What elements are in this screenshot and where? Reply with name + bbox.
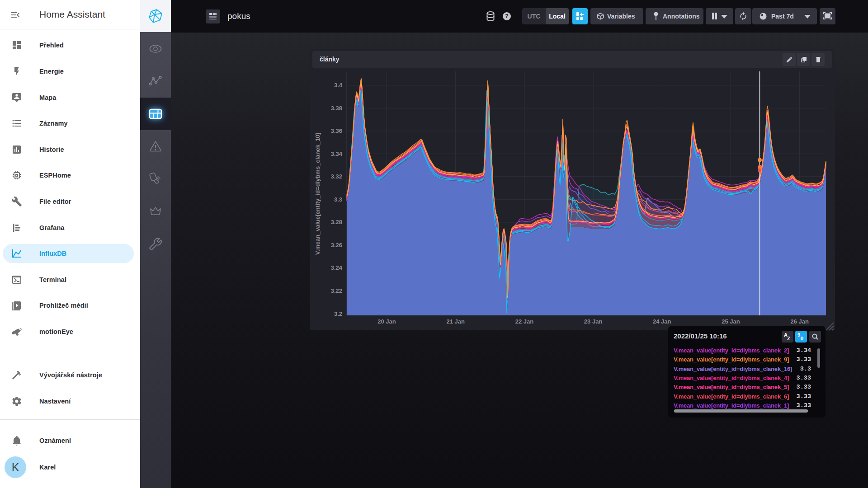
svg-text:3.2: 3.2 bbox=[334, 310, 342, 317]
svg-text:3.38: 3.38 bbox=[331, 105, 342, 112]
svg-text:3.3: 3.3 bbox=[334, 196, 342, 203]
svg-text:20 Jan: 20 Jan bbox=[377, 318, 396, 325]
svg-text:26 Jan: 26 Jan bbox=[790, 318, 809, 325]
svg-text:0: 0 bbox=[801, 336, 803, 341]
svg-text:3.26: 3.26 bbox=[331, 242, 342, 249]
svg-text:3.28: 3.28 bbox=[331, 219, 342, 225]
svg-text:3.22: 3.22 bbox=[331, 287, 342, 294]
svg-text:3.32: 3.32 bbox=[331, 173, 342, 180]
svg-text:Z: Z bbox=[787, 336, 790, 341]
svg-text:3.4: 3.4 bbox=[334, 82, 343, 89]
svg-text:21 Jan: 21 Jan bbox=[446, 318, 465, 325]
svg-text:3.36: 3.36 bbox=[331, 127, 342, 134]
svg-text:23 Jan: 23 Jan bbox=[584, 318, 603, 325]
svg-text:3.24: 3.24 bbox=[331, 264, 343, 271]
svg-text:9: 9 bbox=[797, 332, 800, 338]
svg-text:3.34: 3.34 bbox=[331, 150, 343, 157]
svg-text:V.mean_value[entity_id=diybms_: V.mean_value[entity_id=diybms_clanek_10] bbox=[314, 133, 321, 255]
svg-text:22 Jan: 22 Jan bbox=[515, 318, 534, 325]
svg-text:24 Jan: 24 Jan bbox=[653, 318, 671, 325]
svg-text:25 Jan: 25 Jan bbox=[722, 318, 740, 325]
